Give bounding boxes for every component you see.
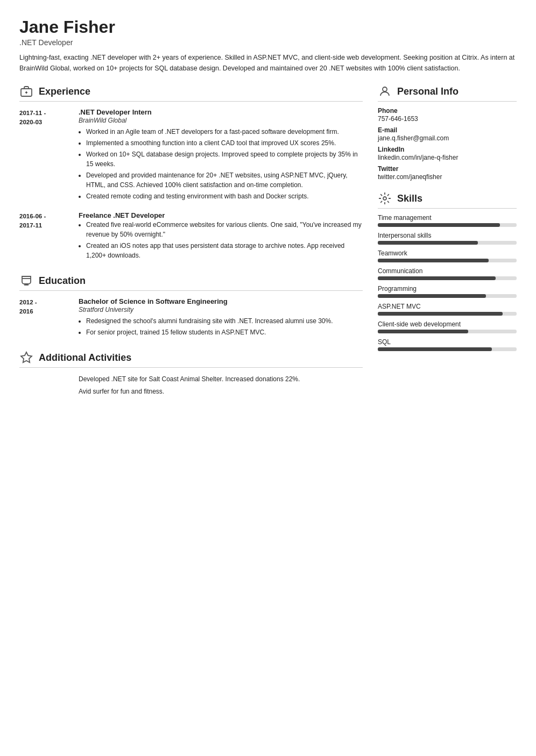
candidate-summary: Lightning-fast, exacting .NET developer … (19, 52, 517, 74)
education-entry-1: 2012 - 2016 Bachelor of Science in Softw… (19, 297, 363, 339)
candidate-title: .NET Developer (19, 38, 517, 47)
entry-1-bullets: Worked in an Agile team of .NET develope… (79, 127, 363, 201)
twitter-label: Twitter (378, 165, 517, 173)
skill-bar-fill-7 (378, 347, 492, 351)
phone-value: 757-646-1653 (378, 115, 517, 123)
svg-point-4 (383, 87, 387, 91)
resume-body: Experience 2017-11 - 2020-03 .NET Develo… (19, 84, 517, 409)
personal-info-section: Personal Info Phone 757-646-1653 E-mail … (378, 84, 517, 181)
experience-entry-1: 2017-11 - 2020-03 .NET Developer Intern … (19, 108, 363, 203)
education-icon (19, 274, 33, 288)
skill-item-3: Communication (378, 267, 517, 280)
phone-label: Phone (378, 107, 517, 115)
skill-name-3: Communication (378, 267, 517, 275)
bullet: For senior project, trained 15 fellow st… (86, 327, 363, 337)
bullet: Worked in an Agile team of .NET develope… (86, 127, 363, 137)
info-email: E-mail jane.q.fisher@gmail.com (378, 126, 517, 142)
experience-title: Experience (39, 86, 90, 97)
activities-section-header: Additional Activities (19, 351, 363, 368)
skill-bar-bg-7 (378, 347, 517, 351)
activities-content: Developed .NET site for Salt Coast Anima… (19, 374, 363, 397)
edu-dates: 2012 - 2016 (19, 297, 79, 339)
activities-section: Additional Activities Developed .NET sit… (19, 351, 363, 397)
activities-title: Additional Activities (39, 352, 131, 363)
skill-item-4: Programming (378, 285, 517, 298)
side-column: Personal Info Phone 757-646-1653 E-mail … (378, 84, 517, 409)
entry-1-dates: 2017-11 - 2020-03 (19, 108, 79, 203)
skill-bar-bg-6 (378, 330, 517, 333)
twitter-value: twitter.com/janeqfisher (378, 173, 517, 181)
linkedin-label: LinkedIn (378, 146, 517, 153)
skills-header: Skills (378, 191, 517, 209)
svg-marker-3 (21, 352, 32, 362)
skill-bar-fill-0 (378, 223, 500, 227)
skill-bar-fill-4 (378, 294, 486, 298)
experience-icon (19, 84, 33, 98)
entry-1-content: .NET Developer Intern BrainWild Global W… (79, 108, 363, 203)
skill-bar-bg-4 (378, 294, 517, 298)
skill-name-6: Client-side web development (378, 320, 517, 328)
edu-bullets: Redesigned the school's alumni fundraisi… (79, 316, 363, 337)
skill-item-5: ASP.NET MVC (378, 303, 517, 316)
skill-name-4: Programming (378, 285, 517, 293)
activities-icon (19, 351, 33, 365)
skill-item-7: SQL (378, 338, 517, 351)
info-linkedin: LinkedIn linkedin.com/in/jane-q-fisher (378, 146, 517, 161)
skill-name-1: Interpersonal skills (378, 232, 517, 239)
skill-item-0: Time management (378, 214, 517, 227)
skill-bar-fill-6 (378, 330, 468, 333)
personal-info-fields: Phone 757-646-1653 E-mail jane.q.fisher@… (378, 107, 517, 181)
experience-entry-2: 2016-06 - 2017-11 Freelance .NET Develop… (19, 211, 363, 262)
skill-name-0: Time management (378, 214, 517, 222)
bullet: Implemented a smoothing function into a … (86, 138, 363, 148)
svg-point-5 (383, 197, 386, 200)
bullet: Developed and provided maintenance for 2… (86, 170, 363, 190)
skills-title: Skills (397, 193, 422, 204)
skill-bar-fill-3 (378, 276, 496, 280)
skill-item-2: Teamwork (378, 249, 517, 262)
bullet: Worked on 10+ SQL database design projec… (86, 149, 363, 169)
skills-section: Skills Time management Interpersonal ski… (378, 191, 517, 351)
bullet: Created five real-world eCommerce websit… (86, 220, 363, 239)
edu-school: Stratford University (79, 306, 363, 313)
skill-bar-bg-2 (378, 259, 517, 262)
skill-bar-bg-1 (378, 241, 517, 245)
skill-item-1: Interpersonal skills (378, 232, 517, 245)
entry-2-dates: 2016-06 - 2017-11 (19, 211, 79, 262)
skill-bar-bg-3 (378, 276, 517, 280)
entry-1-company: BrainWild Global (79, 117, 363, 124)
activity-1: Developed .NET site for Salt Coast Anima… (79, 374, 363, 384)
skill-name-5: ASP.NET MVC (378, 303, 517, 310)
experience-section: Experience 2017-11 - 2020-03 .NET Develo… (19, 84, 363, 262)
resume-header: Jane Fisher .NET Developer Lightning-fas… (19, 17, 517, 74)
skill-bar-fill-2 (378, 259, 489, 262)
skill-name-2: Teamwork (378, 249, 517, 257)
skills-list: Time management Interpersonal skills Tea… (378, 214, 517, 351)
skill-bar-fill-1 (378, 241, 478, 245)
personal-info-header: Personal Info (378, 84, 517, 102)
info-twitter: Twitter twitter.com/janeqfisher (378, 165, 517, 181)
education-section-header: Education (19, 274, 363, 291)
skill-bar-bg-0 (378, 223, 517, 227)
skills-icon (378, 191, 392, 205)
personal-info-title: Personal Info (397, 86, 459, 97)
linkedin-value: linkedin.com/in/jane-q-fisher (378, 154, 517, 161)
entry-2-content: Freelance .NET Developer Created five re… (79, 211, 363, 262)
skill-bar-fill-5 (378, 312, 503, 316)
bullet: Created remote coding and testing enviro… (86, 191, 363, 201)
main-column: Experience 2017-11 - 2020-03 .NET Develo… (19, 84, 363, 409)
edu-degree: Bachelor of Science in Software Engineer… (79, 297, 363, 305)
edu-content: Bachelor of Science in Software Engineer… (79, 297, 363, 339)
skill-bar-bg-5 (378, 312, 517, 316)
bullet: Created an iOS notes app that uses persi… (86, 241, 363, 260)
personal-info-icon (378, 84, 392, 98)
entry-1-title: .NET Developer Intern (79, 108, 363, 116)
education-title: Education (39, 275, 86, 287)
email-value: jane.q.fisher@gmail.com (378, 134, 517, 142)
bullet: Redesigned the school's alumni fundraisi… (86, 316, 363, 326)
skill-item-6: Client-side web development (378, 320, 517, 333)
education-section: Education 2012 - 2016 Bachelor of Scienc… (19, 274, 363, 339)
entry-2-title: Freelance .NET Developer (79, 211, 363, 219)
activity-2: Avid surfer for fun and fitness. (79, 387, 363, 397)
info-phone: Phone 757-646-1653 (378, 107, 517, 123)
